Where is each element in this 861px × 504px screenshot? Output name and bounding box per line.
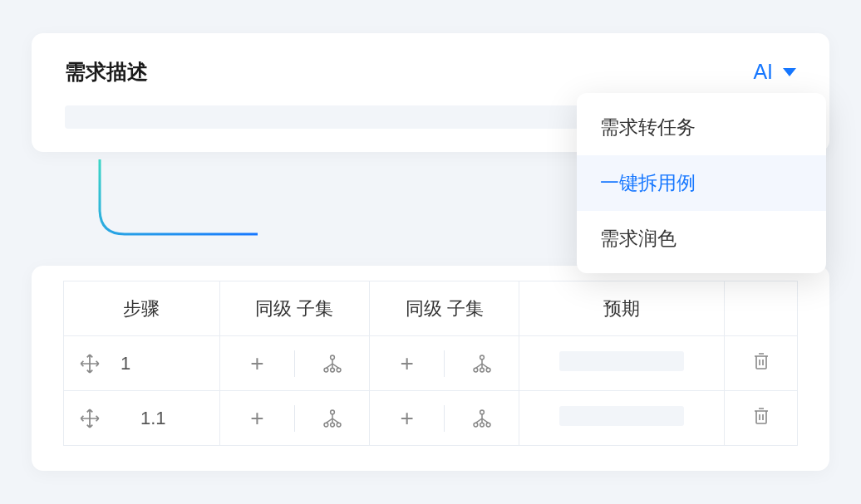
ai-dropdown-menu: 需求转任务 一键拆用例 需求润色 xyxy=(577,93,826,273)
delete-button[interactable] xyxy=(751,351,771,371)
svg-point-13 xyxy=(474,423,478,427)
tree-icon xyxy=(471,353,493,374)
add-sibling-button[interactable]: + xyxy=(220,350,294,378)
move-icon[interactable] xyxy=(79,408,101,429)
expected-input[interactable] xyxy=(559,351,684,371)
add-child-button[interactable] xyxy=(295,350,369,378)
col-actions xyxy=(725,281,798,336)
plus-icon: + xyxy=(250,352,263,375)
requirement-title: 需求描述 xyxy=(65,58,148,86)
steps-card: 步骤 同级 子集 同级 子集 预期 1 xyxy=(32,266,829,471)
add-child-button[interactable] xyxy=(445,404,519,433)
add-sibling-button[interactable]: + xyxy=(370,404,444,433)
tree-icon xyxy=(322,353,343,374)
svg-point-12 xyxy=(480,410,484,414)
expected-input[interactable] xyxy=(559,406,684,426)
svg-point-3 xyxy=(337,368,341,372)
svg-point-4 xyxy=(480,355,484,360)
plus-icon: + xyxy=(250,407,263,430)
svg-point-2 xyxy=(330,368,334,372)
svg-point-1 xyxy=(324,368,328,372)
step-number: 1.1 xyxy=(121,408,166,429)
step-number: 1 xyxy=(121,353,130,374)
dropdown-item-to-task[interactable]: 需求转任务 xyxy=(577,100,826,155)
ai-label: AI xyxy=(753,60,773,84)
move-icon[interactable] xyxy=(79,353,101,374)
dropdown-item-split-case[interactable]: 一键拆用例 xyxy=(577,155,826,211)
add-child-button[interactable] xyxy=(445,350,519,378)
svg-point-9 xyxy=(324,423,328,427)
col-sibling-child-1: 同级 子集 xyxy=(219,281,369,336)
svg-point-11 xyxy=(337,423,341,427)
table-row: 1.1 + xyxy=(64,391,798,446)
col-step: 步骤 xyxy=(64,281,220,336)
table-row: 1 + xyxy=(64,336,798,391)
svg-point-6 xyxy=(480,368,484,372)
svg-point-0 xyxy=(330,355,334,360)
delete-button[interactable] xyxy=(751,406,771,426)
add-child-button[interactable] xyxy=(295,404,369,433)
steps-table: 步骤 同级 子集 同级 子集 预期 1 xyxy=(63,281,798,446)
tree-icon xyxy=(471,408,493,429)
connector-line xyxy=(91,159,258,267)
trash-icon xyxy=(751,351,771,371)
plus-icon: + xyxy=(400,352,413,375)
dropdown-item-polish[interactable]: 需求润色 xyxy=(577,211,826,267)
col-expected: 预期 xyxy=(519,281,725,336)
plus-icon: + xyxy=(400,407,413,430)
svg-point-5 xyxy=(474,368,478,372)
add-sibling-button[interactable]: + xyxy=(220,404,294,433)
svg-point-8 xyxy=(330,410,334,414)
trash-icon xyxy=(751,406,771,426)
svg-point-14 xyxy=(480,423,484,427)
tree-icon xyxy=(322,408,343,429)
svg-point-15 xyxy=(486,423,490,427)
add-sibling-button[interactable]: + xyxy=(370,350,444,378)
caret-down-icon xyxy=(783,68,796,76)
svg-point-7 xyxy=(486,368,490,372)
col-sibling-child-2: 同级 子集 xyxy=(370,281,519,336)
ai-dropdown-trigger[interactable]: AI xyxy=(753,60,796,84)
svg-point-10 xyxy=(330,423,334,427)
